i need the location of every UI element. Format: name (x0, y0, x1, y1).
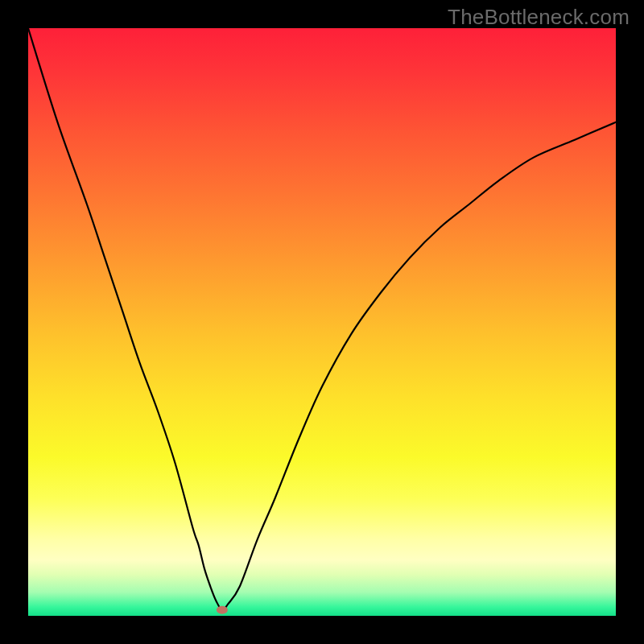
chart-plot-background (28, 28, 616, 616)
chart-marker (217, 606, 228, 614)
watermark-text: TheBottleneck.com (448, 5, 630, 30)
bottleneck-chart (0, 0, 644, 644)
chart-container: TheBottleneck.com (0, 0, 644, 644)
